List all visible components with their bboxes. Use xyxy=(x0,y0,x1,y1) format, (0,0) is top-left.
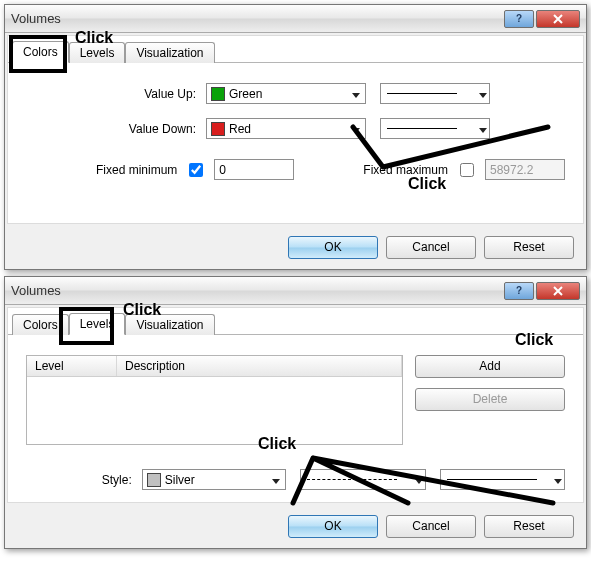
chevron-down-icon xyxy=(347,122,363,136)
levels-table-header: Level Description xyxy=(27,356,402,377)
button-label: Cancel xyxy=(412,519,449,533)
value-down-label: Value Down: xyxy=(26,122,206,136)
dialog-body: Colors Levels Visualization Level Descri… xyxy=(7,307,584,503)
tab-label: Levels xyxy=(80,317,115,331)
line-preview xyxy=(387,93,457,94)
dialog-body: Colors Levels Visualization Value Up: Gr… xyxy=(7,35,584,224)
titlebar: Volumes ? xyxy=(5,277,586,305)
tab-colors[interactable]: Colors xyxy=(12,41,69,63)
fixed-min-checkbox[interactable] xyxy=(189,163,203,177)
button-label: Reset xyxy=(513,519,544,533)
levels-table[interactable]: Level Description xyxy=(26,355,403,445)
chevron-down-icon xyxy=(479,122,487,136)
fixed-max-checkbox[interactable] xyxy=(460,163,474,177)
color-swatch xyxy=(147,473,161,487)
tabstrip: Colors Levels Visualization xyxy=(8,308,583,335)
dialog-title: Volumes xyxy=(11,283,502,298)
tab-label: Visualization xyxy=(136,318,203,332)
button-bar: OK Cancel Reset xyxy=(5,226,586,269)
line-preview xyxy=(307,479,397,480)
help-button[interactable]: ? xyxy=(504,10,534,28)
add-button[interactable]: Add xyxy=(415,355,565,378)
tab-colors[interactable]: Colors xyxy=(12,314,69,335)
tab-levels[interactable]: Levels xyxy=(69,42,126,63)
tab-levels[interactable]: Levels xyxy=(69,313,126,335)
volumes-dialog-levels: Volumes ? Colors Levels Visualization Le… xyxy=(4,276,587,549)
value-up-label: Value Up: xyxy=(26,87,206,101)
button-label: Delete xyxy=(473,392,508,406)
tab-visualization[interactable]: Visualization xyxy=(125,314,214,335)
chevron-down-icon xyxy=(267,473,283,487)
titlebar: Volumes ? xyxy=(5,5,586,33)
tab-content-colors: Value Up: Green Value Down: Red xyxy=(8,63,583,223)
combo-text: Green xyxy=(229,87,347,101)
tab-visualization[interactable]: Visualization xyxy=(125,42,214,63)
fixed-row: Fixed minimum Fixed maximum xyxy=(26,159,565,180)
value-down-line-combo[interactable] xyxy=(380,118,490,139)
style-row: Style: Silver xyxy=(26,469,565,490)
tab-label: Colors xyxy=(23,318,58,332)
close-icon xyxy=(553,286,563,296)
ok-button[interactable]: OK xyxy=(288,236,378,259)
style-weight-combo[interactable] xyxy=(440,469,565,490)
value-down-row: Value Down: Red xyxy=(26,118,565,139)
chevron-down-icon xyxy=(479,87,487,101)
tab-label: Visualization xyxy=(136,46,203,60)
value-up-line-combo[interactable] xyxy=(380,83,490,104)
button-label: Cancel xyxy=(412,240,449,254)
style-label: Style: xyxy=(26,473,142,487)
tab-content-levels: Level Description Add Delete Style: Silv… xyxy=(8,335,583,502)
style-color-combo[interactable]: Silver xyxy=(142,469,287,490)
fixed-max-label: Fixed maximum xyxy=(363,163,448,177)
reset-button[interactable]: Reset xyxy=(484,515,574,538)
fixed-min-input[interactable] xyxy=(214,159,294,180)
combo-text: Silver xyxy=(165,473,268,487)
help-button[interactable]: ? xyxy=(504,282,534,300)
levels-buttons: Add Delete xyxy=(415,355,565,445)
value-down-color-combo[interactable]: Red xyxy=(206,118,366,139)
chevron-down-icon xyxy=(415,473,423,487)
value-up-row: Value Up: Green xyxy=(26,83,565,104)
combo-text: Red xyxy=(229,122,347,136)
chevron-down-icon xyxy=(347,87,363,101)
chevron-down-icon xyxy=(554,473,562,487)
delete-button[interactable]: Delete xyxy=(415,388,565,411)
reset-button[interactable]: Reset xyxy=(484,236,574,259)
column-description[interactable]: Description xyxy=(117,356,402,376)
line-preview xyxy=(387,128,457,129)
tabstrip: Colors Levels Visualization xyxy=(8,36,583,63)
close-button[interactable] xyxy=(536,10,580,28)
column-level[interactable]: Level xyxy=(27,356,117,376)
close-button[interactable] xyxy=(536,282,580,300)
dialog-title: Volumes xyxy=(11,11,502,26)
cancel-button[interactable]: Cancel xyxy=(386,236,476,259)
button-label: OK xyxy=(324,240,341,254)
cancel-button[interactable]: Cancel xyxy=(386,515,476,538)
button-bar: OK Cancel Reset xyxy=(5,505,586,548)
close-icon xyxy=(553,14,563,24)
button-label: OK xyxy=(324,519,341,533)
volumes-dialog-colors: Volumes ? Colors Levels Visualization Va… xyxy=(4,4,587,270)
button-label: Reset xyxy=(513,240,544,254)
fixed-max-input[interactable] xyxy=(485,159,565,180)
line-preview xyxy=(447,479,537,480)
button-label: Add xyxy=(479,359,500,373)
style-dash-combo[interactable] xyxy=(300,469,425,490)
fixed-min-label: Fixed minimum xyxy=(96,163,177,177)
color-swatch xyxy=(211,87,225,101)
ok-button[interactable]: OK xyxy=(288,515,378,538)
tab-label: Levels xyxy=(80,46,115,60)
color-swatch xyxy=(211,122,225,136)
levels-area: Level Description Add Delete xyxy=(26,355,565,445)
tab-label: Colors xyxy=(23,45,58,59)
value-up-color-combo[interactable]: Green xyxy=(206,83,366,104)
